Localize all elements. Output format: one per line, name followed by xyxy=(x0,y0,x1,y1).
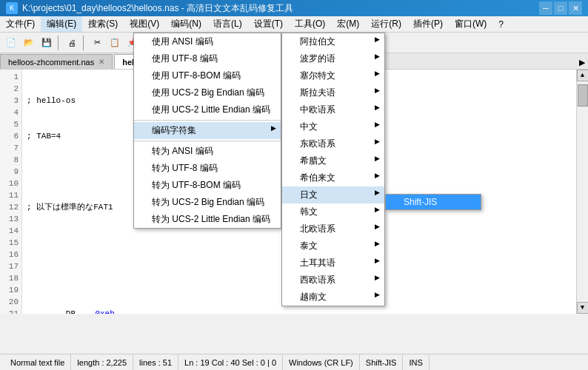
title-bar-left: K K:\projects\01_day\helloos2\helloos.na… xyxy=(6,2,293,15)
code-editor[interactable]: ; hello-os ; TAB=4 ; 以下は標準的なFAT1 DB 0xeb… xyxy=(22,70,576,314)
status-position: Ln : 19 Col : 40 Sel : 0 | 0 xyxy=(178,354,283,370)
tb-replace[interactable]: 🔄 xyxy=(210,35,227,51)
tb-copy[interactable]: 📋 xyxy=(107,35,123,51)
tab-close-2[interactable]: ✕ xyxy=(172,58,178,66)
editor-container: 12345 678910 1112131415 1617181920 21222… xyxy=(0,70,588,314)
code-line-7: DB 0xeb xyxy=(27,308,572,314)
menu-file[interactable]: 文件(F) xyxy=(0,16,41,32)
tb-print[interactable]: 🖨 xyxy=(64,35,80,51)
minimize-button[interactable]: ─ xyxy=(539,1,552,15)
menu-edit[interactable]: 编辑(E) xyxy=(41,16,82,32)
line-numbers: 12345 678910 1112131415 1617181920 21222… xyxy=(0,70,22,314)
tb-sep1 xyxy=(58,36,61,50)
tb-save[interactable]: 💾 xyxy=(39,35,55,51)
code-line-5 xyxy=(27,237,572,249)
tb-sep3 xyxy=(144,36,147,50)
tb-sep6 xyxy=(273,36,275,50)
window-title: K:\projects\01_day\helloos2\helloos.nas … xyxy=(22,2,293,15)
menu-macro[interactable]: 宏(M) xyxy=(331,16,365,32)
tb-wrap[interactable]: ⇥ xyxy=(296,35,313,51)
code-line-1: ; hello-os xyxy=(27,95,572,107)
tb-undo[interactable]: ↩ xyxy=(150,35,166,51)
tb-cut[interactable]: ✂ xyxy=(89,35,105,51)
tb-sep2 xyxy=(83,36,86,50)
menu-language[interactable]: 语言(L) xyxy=(207,16,248,32)
tab-scroll-right[interactable]: ▶ xyxy=(576,56,588,69)
tab-close-1[interactable]: ✕ xyxy=(98,58,104,66)
menu-plugins[interactable]: 插件(P) xyxy=(407,16,449,32)
status-encoding: Windows (CR LF) xyxy=(283,354,360,370)
code-line-4: ; 以下は標準的なFAT1 xyxy=(27,201,572,213)
scroll-down-arrow[interactable]: ▼ xyxy=(577,302,589,314)
menu-search[interactable]: 搜索(S) xyxy=(82,16,124,32)
menu-settings[interactable]: 设置(T) xyxy=(248,16,289,32)
tab-helloos[interactable]: helloos.nas ✕ xyxy=(114,54,186,69)
tb-sep7 xyxy=(315,36,318,50)
tb-zoom-in[interactable]: + xyxy=(235,35,252,51)
app-icon: K xyxy=(6,2,18,14)
code-line-2: ; TAB=4 xyxy=(27,130,572,142)
tb-zoom-out[interactable]: − xyxy=(253,35,270,51)
tb-paste[interactable]: 📌 xyxy=(124,35,141,51)
tb-open[interactable]: 📂 xyxy=(21,35,37,51)
status-lines: lines : 51 xyxy=(133,354,178,370)
status-charset: Shift-JIS xyxy=(360,354,404,370)
maximize-button[interactable]: □ xyxy=(554,1,567,15)
menu-help[interactable]: ? xyxy=(492,16,510,32)
tb-sep4 xyxy=(187,36,190,50)
tab-bar: helloos-zhcomment.nas ✕ helloos.nas ✕ ▶ xyxy=(0,53,588,70)
scroll-up-arrow[interactable]: ▲ xyxy=(577,70,589,81)
tb-new[interactable]: 📄 xyxy=(3,35,19,51)
menu-tools[interactable]: 工具(O) xyxy=(289,16,331,32)
scroll-thumb[interactable] xyxy=(578,84,588,107)
tb-redo[interactable]: ↪ xyxy=(167,35,184,51)
tab-label: helloos-zhcomment.nas xyxy=(8,58,94,67)
tab-label-active: helloos.nas xyxy=(122,58,167,67)
status-length: length : 2,225 xyxy=(71,354,133,370)
menu-bar: 文件(F) 编辑(E) 搜索(S) 视图(V) 编码(N) 语言(L) 设置(T… xyxy=(0,16,588,33)
status-ins: INS xyxy=(403,354,429,370)
menu-encode[interactable]: 编码(N) xyxy=(165,16,207,32)
title-bar: K K:\projects\01_day\helloos2\helloos.na… xyxy=(0,0,588,16)
menu-run[interactable]: 运行(R) xyxy=(365,16,407,32)
tb-sep5 xyxy=(230,36,233,50)
tb-find[interactable]: 🔍 xyxy=(193,35,209,51)
tab-helloos-zhcomment[interactable]: helloos-zhcomment.nas ✕ xyxy=(0,54,113,69)
window-controls: ─ □ ✕ xyxy=(539,1,582,15)
vertical-scrollbar[interactable]: ▲ ▼ xyxy=(576,70,588,314)
close-button[interactable]: ✕ xyxy=(569,1,582,15)
status-bar: Normal text file length : 2,225 lines : … xyxy=(0,354,588,370)
status-filetype: Normal text file xyxy=(4,354,71,370)
menu-view[interactable]: 视图(V) xyxy=(124,16,165,32)
tb-sync[interactable]: ↕ xyxy=(278,35,295,51)
menu-window[interactable]: 窗口(W) xyxy=(449,16,492,32)
code-line-3 xyxy=(27,166,572,178)
code-line-6 xyxy=(27,272,572,284)
tb-spell[interactable]: ABC xyxy=(321,35,338,51)
toolbar: 📄 📂 💾 🖨 ✂ 📋 📌 ↩ ↪ 🔍 🔄 + − ↕ ⇥ ABC xyxy=(0,33,588,53)
